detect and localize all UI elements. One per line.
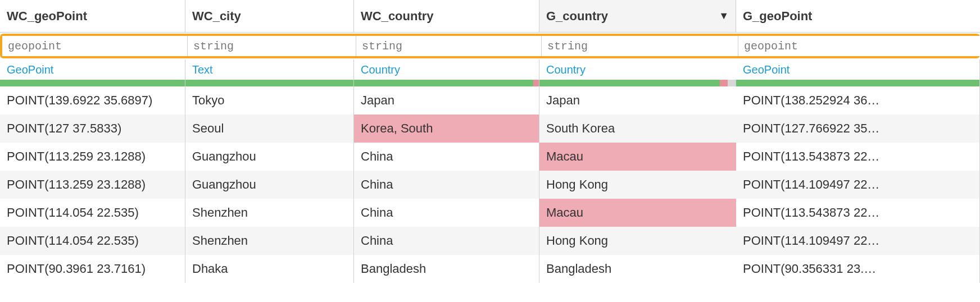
table-cell-value: Seoul (192, 121, 347, 136)
semantic-type-cell[interactable]: Country (539, 60, 736, 80)
storage-type-cell[interactable]: string (356, 36, 542, 56)
table-cell[interactable]: POINT(138.252924 36… (736, 86, 980, 115)
table-cell[interactable]: Japan (539, 86, 736, 115)
table-cell-value: Dhaka (192, 262, 347, 276)
column-header[interactable]: WC_country (354, 0, 539, 33)
table-cell-value: Bangladesh (546, 262, 729, 276)
table-cell[interactable]: Guangzhou (185, 143, 354, 171)
storage-type-cell[interactable]: string (542, 36, 738, 56)
column-header[interactable]: G_country▼ (539, 0, 736, 33)
table-cell-value: China (361, 177, 532, 192)
table-cell[interactable]: POINT(113.259 23.1288) (0, 143, 185, 171)
table-cell-value: POINT(127 37.5833) (7, 121, 178, 136)
table-cell-value: POINT(113.259 23.1288) (7, 149, 178, 164)
table-cell[interactable]: Shenzhen (185, 227, 354, 255)
table-cell[interactable]: Macau (539, 143, 736, 171)
validity-bar[interactable] (354, 80, 539, 86)
table-cell-value: POINT(90.356331 23.… (743, 262, 973, 276)
table-cell-value: POINT(114.054 22.535) (7, 234, 178, 248)
table-cell-value: Guangzhou (192, 149, 347, 164)
table-cell[interactable]: POINT(113.543873 22… (736, 143, 980, 171)
validity-bar-invalid (720, 80, 728, 86)
semantic-type-cell[interactable]: Country (354, 60, 539, 80)
validity-bar-valid (354, 80, 533, 86)
validity-bar[interactable] (0, 80, 185, 86)
table-cell[interactable]: China (354, 199, 539, 227)
table-cell[interactable]: Shenzhen (185, 199, 354, 227)
column-header[interactable]: G_geoPoint (736, 0, 980, 33)
validity-bar[interactable] (736, 80, 980, 86)
table-cell[interactable]: South Korea (539, 115, 736, 143)
storage-type-cell[interactable]: string (188, 36, 356, 56)
table-cell[interactable]: POINT(113.259 23.1288) (0, 171, 185, 199)
table-cell[interactable]: POINT(114.054 22.535) (0, 227, 185, 255)
validity-bar-valid (185, 80, 353, 86)
table-cell-value: Guangzhou (192, 177, 347, 192)
table-cell-value: POINT(139.6922 35.6897) (7, 93, 178, 108)
table-cell[interactable]: Seoul (185, 115, 354, 143)
validity-bar[interactable] (539, 80, 736, 86)
table-cell[interactable]: Japan (354, 86, 539, 115)
table-cell-value: China (361, 234, 532, 248)
table-cell[interactable]: POINT(114.109497 22… (736, 171, 980, 199)
table-cell-value: Shenzhen (192, 234, 347, 248)
table-cell-value: Macau (546, 205, 729, 220)
table-cell-value: Hong Kong (546, 234, 729, 248)
column-header-label: WC_country (361, 9, 532, 24)
table-cell[interactable]: China (354, 227, 539, 255)
table-cell[interactable]: Hong Kong (539, 171, 736, 199)
table-cell-value: South Korea (546, 121, 729, 136)
table-cell[interactable]: Korea, South (354, 115, 539, 143)
validity-bar-invalid (533, 80, 539, 86)
column-header-label: G_country (546, 9, 714, 24)
caret-down-icon: ▼ (719, 10, 729, 22)
semantic-type-cell[interactable]: Text (185, 60, 354, 80)
validity-bar-valid (736, 80, 979, 86)
column-header[interactable]: WC_geoPoint (0, 0, 185, 33)
table-cell[interactable]: Macau (539, 199, 736, 227)
table-cell[interactable]: Tokyo (185, 86, 354, 115)
table-cell[interactable]: POINT(113.543873 22… (736, 199, 980, 227)
table-cell[interactable]: POINT(127 37.5833) (0, 115, 185, 143)
storage-type-cell[interactable]: geopoint (2, 36, 188, 56)
table-cell[interactable]: Hong Kong (539, 227, 736, 255)
storage-type-cell[interactable]: geopoint (738, 36, 980, 56)
table-cell-value: Japan (361, 93, 532, 108)
table-cell-value: China (361, 205, 532, 220)
table-cell[interactable]: POINT(114.054 22.535) (0, 199, 185, 227)
table-cell-value: Korea, South (361, 121, 532, 136)
column-header-label: WC_city (192, 9, 347, 24)
column-header-label: G_geoPoint (743, 9, 973, 24)
validity-bar[interactable] (185, 80, 354, 86)
table-cell-value: POINT(90.3961 23.7161) (7, 262, 178, 276)
column-header[interactable]: WC_city (185, 0, 354, 33)
table-cell[interactable]: Bangladesh (539, 255, 736, 283)
table-cell[interactable]: China (354, 171, 539, 199)
table-cell-value: POINT(127.766922 35… (743, 121, 973, 136)
table-cell-value: POINT(138.252924 36… (743, 93, 973, 108)
table-cell[interactable]: Dhaka (185, 255, 354, 283)
table-cell-value: Shenzhen (192, 205, 347, 220)
storage-type-row: geopointstringstringstringgeopoint (0, 34, 980, 58)
table-cell[interactable]: POINT(127.766922 35… (736, 115, 980, 143)
table-cell-value: Japan (546, 93, 729, 108)
semantic-type-cell[interactable]: GeoPoint (736, 60, 980, 80)
table-cell-value: POINT(113.259 23.1288) (7, 177, 178, 192)
table-cell-value: POINT(113.543873 22… (743, 149, 973, 164)
table-cell[interactable]: POINT(114.109497 22… (736, 227, 980, 255)
validity-bar-valid (0, 80, 185, 86)
table-cell[interactable]: POINT(90.356331 23.… (736, 255, 980, 283)
data-table: WC_geoPointWC_cityWC_countryG_country▼G_… (0, 0, 980, 283)
validity-bar-empty (728, 80, 736, 86)
table-cell[interactable]: POINT(90.3961 23.7161) (0, 255, 185, 283)
semantic-type-cell[interactable]: GeoPoint (0, 60, 185, 80)
table-cell-value: Tokyo (192, 93, 347, 108)
table-cell[interactable]: Guangzhou (185, 171, 354, 199)
table-cell[interactable]: POINT(139.6922 35.6897) (0, 86, 185, 115)
column-header-label: WC_geoPoint (7, 9, 178, 24)
table-cell[interactable]: Bangladesh (354, 255, 539, 283)
table-cell[interactable]: China (354, 143, 539, 171)
validity-bar-valid (539, 80, 720, 86)
table-cell-value: China (361, 149, 532, 164)
table-cell-value: POINT(113.543873 22… (743, 205, 973, 220)
